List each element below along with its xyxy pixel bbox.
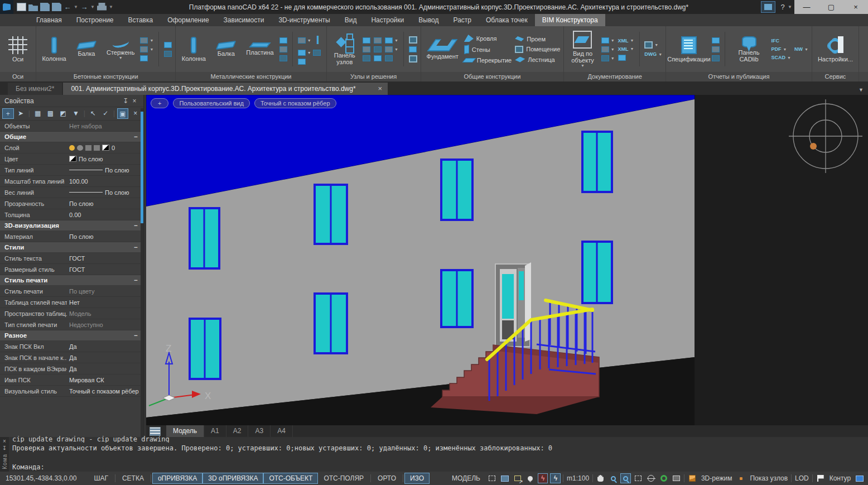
metal-beam-button[interactable]: Балка bbox=[211, 41, 240, 58]
nw-dd-icon[interactable]: ▼ bbox=[804, 47, 808, 51]
undo-dropdown-icon[interactable]: ▼ bbox=[74, 4, 78, 9]
menu-3d-tools[interactable]: 3D-инструменты bbox=[271, 14, 337, 26]
menu-oblaka-tochek[interactable]: Облака точек bbox=[479, 14, 535, 26]
contour-toggle[interactable]: Контур bbox=[814, 473, 853, 483]
status-osnap-button[interactable]: оПРИВЯЗКА bbox=[152, 473, 202, 484]
metal-frame1-dd-icon[interactable]: ▼ bbox=[307, 39, 311, 42]
menu-nastroyki[interactable]: Настройки bbox=[364, 14, 411, 26]
redo-icon[interactable]: → bbox=[80, 3, 88, 11]
node-tool4-icon[interactable] bbox=[374, 37, 382, 44]
help-button[interactable]: ? bbox=[778, 3, 788, 11]
nodes-panel-button[interactable]: Панель узлов bbox=[330, 32, 359, 66]
doc-tab-untitled[interactable]: Без имени2* bbox=[8, 83, 62, 95]
lighting-icon[interactable] bbox=[525, 473, 536, 483]
command-prompt[interactable]: Команда: bbox=[12, 463, 865, 471]
concrete-misc-icon[interactable] bbox=[164, 51, 172, 57]
layer-freeze-icon[interactable] bbox=[77, 145, 83, 151]
viewport-view-button[interactable]: Пользовательский вид bbox=[173, 98, 249, 108]
concrete-column-button[interactable]: Колонна bbox=[40, 36, 69, 63]
concrete-extra2-dd-icon[interactable]: ▼ bbox=[150, 47, 153, 51]
command-pin-icon[interactable]: ↧ bbox=[2, 445, 7, 452]
node-tool5-icon[interactable] bbox=[374, 46, 382, 52]
zoom-extents-icon[interactable] bbox=[633, 473, 644, 483]
prop-row-plottable[interactable]: Таблица стилей печати Нет bbox=[0, 297, 143, 308]
qat-more-icon[interactable]: ▼ bbox=[109, 4, 113, 9]
metal-frame2-icon[interactable] bbox=[298, 50, 306, 56]
undo-icon[interactable]: ← bbox=[64, 3, 71, 11]
dynamic-input-icon[interactable]: ϟ bbox=[550, 473, 561, 483]
doc-tool3-icon[interactable] bbox=[601, 55, 609, 61]
selection-cycling-icon[interactable] bbox=[512, 473, 523, 483]
panel-close-icon[interactable]: × bbox=[130, 97, 139, 105]
settings-button[interactable]: Настройки... bbox=[816, 35, 855, 64]
nw-export-icon[interactable]: NW bbox=[794, 46, 803, 52]
roof-button[interactable]: Кровля bbox=[464, 35, 512, 42]
room-button[interactable]: Помещение bbox=[515, 46, 560, 53]
menu-zavisimosti[interactable]: Зависимости bbox=[216, 14, 272, 26]
ifc-export-icon[interactable]: IFC bbox=[771, 38, 780, 44]
metal-frame3-icon[interactable] bbox=[313, 50, 321, 56]
view-by-object-button[interactable]: Вид по объекту ▼ bbox=[567, 30, 597, 69]
status-otrack-button[interactable]: ОТС-ОБЪЕКТ bbox=[263, 473, 318, 484]
prop-row-transparency[interactable]: Прозрачность По слою bbox=[0, 198, 143, 209]
lod-toggle[interactable]: LOD bbox=[793, 474, 811, 482]
prop-section-misc[interactable]: Разное − bbox=[0, 330, 143, 341]
metal-column-button[interactable]: Колонна bbox=[179, 36, 208, 63]
dynamic-ucs-icon[interactable]: ϟ bbox=[538, 473, 548, 483]
menu-vid[interactable]: Вид bbox=[337, 14, 364, 26]
command-line-panel[interactable]: × ↧ Кома cip_update_drawing - cip_update… bbox=[0, 437, 868, 472]
concrete-slab-icon[interactable] bbox=[164, 42, 172, 48]
doc-monitor-dd-icon[interactable]: ▼ bbox=[654, 43, 658, 47]
report-tool2-icon[interactable] bbox=[712, 46, 720, 52]
paper-model-toggle-icon[interactable] bbox=[487, 473, 498, 483]
prop-row-dimstyle[interactable]: Размерный стиль ГОСТ bbox=[0, 264, 143, 275]
lock-ui-icon[interactable] bbox=[671, 473, 682, 483]
rod-dropdown-icon[interactable]: ▼ bbox=[119, 56, 123, 60]
opening-button[interactable]: Проем bbox=[515, 36, 560, 42]
node-frame2-icon[interactable] bbox=[409, 46, 417, 52]
doc-tabs-dropdown-icon[interactable]: ▼ bbox=[859, 87, 868, 95]
prop-row-material[interactable]: Материал По слою bbox=[0, 231, 143, 242]
clear-icon[interactable]: × bbox=[129, 108, 141, 119]
quick-select-icon[interactable]: ◩ bbox=[57, 108, 69, 119]
doc-tab-active[interactable]: 001. Административный корпус.3D.Проектир… bbox=[63, 83, 388, 95]
doc-tab-close-icon[interactable]: × bbox=[378, 83, 383, 95]
concrete-rod-button[interactable]: Стержень ▼ bbox=[104, 37, 137, 61]
concrete-beam-button[interactable]: Балка bbox=[72, 41, 101, 58]
properties-scrollbar[interactable] bbox=[141, 108, 143, 437]
node-num2-icon[interactable] bbox=[385, 46, 393, 52]
node-tool1-icon[interactable] bbox=[363, 37, 370, 44]
menu-bim-konstruktora[interactable]: BIM Конструктора bbox=[535, 14, 605, 26]
scad-export-icon[interactable]: SCAD bbox=[771, 55, 786, 60]
sheet-list-icon[interactable] bbox=[150, 427, 161, 436]
report-tool3-icon[interactable] bbox=[712, 55, 720, 61]
menu-glavnaya[interactable]: Главная bbox=[29, 14, 69, 26]
status-step-button[interactable]: ШАГ bbox=[89, 473, 114, 484]
concrete-extra2-icon[interactable] bbox=[140, 46, 148, 52]
prop-row-ucs-name[interactable]: Имя ПСК Мировая СК bbox=[0, 374, 143, 386]
new-document-icon[interactable] bbox=[17, 3, 26, 11]
cadlib-panel-button[interactable]: Панель CADlib bbox=[730, 35, 768, 64]
prop-row-plottype[interactable]: Тип стилей печати Недоступно bbox=[0, 319, 143, 330]
metal-frame4-icon[interactable] bbox=[298, 59, 306, 65]
prop-section-styles[interactable]: Стили − bbox=[0, 242, 143, 253]
doc-tool3-dd-icon[interactable]: ▼ bbox=[611, 56, 615, 60]
prop-row-visual-style[interactable]: Визуальный стиль Точный с показом рёбер bbox=[0, 386, 143, 397]
view-by-object-dd-icon[interactable]: ▼ bbox=[581, 64, 585, 68]
metal-extra2-icon[interactable] bbox=[279, 46, 287, 52]
layer-lock-icon[interactable] bbox=[85, 145, 91, 151]
prop-row-plotstyle[interactable]: Стиль печати По цвету bbox=[0, 286, 143, 297]
scad-dd-icon[interactable]: ▼ bbox=[787, 56, 791, 60]
prop-row-layer[interactable]: Слой 0 bbox=[0, 142, 143, 153]
menu-oformlenie[interactable]: Оформление bbox=[160, 14, 216, 26]
xml-import-icon[interactable]: XML bbox=[618, 46, 629, 52]
doc-tool2-dd-icon[interactable]: ▼ bbox=[611, 47, 615, 51]
zoom-icon[interactable] bbox=[608, 473, 619, 483]
prop-row-ucs-viewport[interactable]: ПСК в каждом ВЭкране Да bbox=[0, 363, 143, 374]
menu-postroenie[interactable]: Построение bbox=[69, 14, 121, 26]
foundation-button[interactable]: Фундамент bbox=[425, 38, 461, 61]
prop-section-3d[interactable]: 3D-визуализация − bbox=[0, 220, 143, 231]
metal-extra1-icon[interactable] bbox=[279, 37, 287, 44]
pan-icon[interactable] bbox=[595, 473, 606, 483]
layer-print-icon[interactable] bbox=[94, 145, 100, 151]
